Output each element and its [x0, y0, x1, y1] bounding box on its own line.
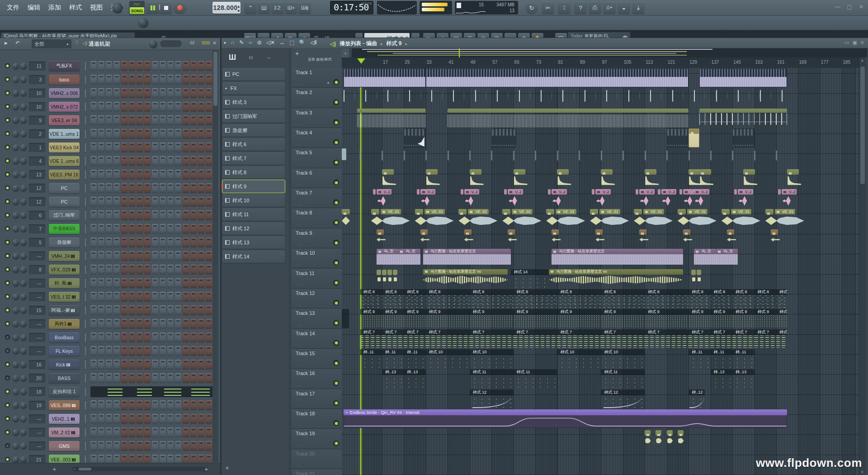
- step-cell[interactable]: [121, 305, 127, 315]
- clip[interactable]: 样式 11: [470, 369, 514, 388]
- step-cell[interactable]: [90, 75, 97, 85]
- clip[interactable]: 样..13: [404, 369, 425, 388]
- step-cell[interactable]: [98, 197, 104, 207]
- step-cell[interactable]: [206, 278, 212, 288]
- step-cell[interactable]: [198, 115, 204, 125]
- step-cell[interactable]: [190, 224, 197, 234]
- clip[interactable]: VE..01: [678, 209, 716, 228]
- step-cell[interactable]: [175, 305, 181, 315]
- step-cell[interactable]: [183, 224, 189, 234]
- clip[interactable]: VE..01: [634, 209, 672, 228]
- channel-button[interactable]: 过门..响军: [49, 210, 80, 220]
- step-cell[interactable]: [90, 88, 97, 98]
- step-cell[interactable]: [137, 332, 143, 342]
- playlist-close-icon[interactable]: ✕: [860, 40, 864, 46]
- step-cell[interactable]: [90, 210, 97, 220]
- step-cell[interactable]: [121, 319, 127, 329]
- step-cell[interactable]: [175, 278, 181, 288]
- step-cell[interactable]: [113, 373, 120, 383]
- clip[interactable]: [342, 209, 349, 228]
- step-cell[interactable]: [90, 183, 97, 193]
- track-header-7[interactable]: Track 7...: [292, 188, 342, 208]
- track-header-17[interactable]: Track 17...: [292, 389, 342, 409]
- step-cell[interactable]: [167, 400, 174, 410]
- channel-mute-strip[interactable]: [84, 75, 87, 85]
- clip[interactable]: 乌兰图雅 - 站在草原望北京 vo: [423, 269, 508, 288]
- track-header-5[interactable]: Track 5...: [292, 148, 342, 168]
- step-cell[interactable]: [98, 332, 104, 342]
- clip[interactable]: [377, 269, 382, 288]
- clip[interactable]: [514, 169, 524, 188]
- metronome-icon[interactable]: Ш: [258, 2, 270, 14]
- track-options-dots[interactable]: ...: [297, 261, 302, 266]
- volume-knob[interactable]: [20, 307, 27, 314]
- piano-roll-preview[interactable]: [90, 386, 213, 397]
- playlist-vertical-scrollbar[interactable]: ∧ ∨: [859, 57, 866, 475]
- channel-mute-strip[interactable]: [84, 332, 87, 342]
- step-cell[interactable]: [190, 400, 197, 410]
- track-header-14[interactable]: Track 14...: [292, 329, 342, 349]
- step-cell[interactable]: [98, 61, 104, 71]
- step-cell[interactable]: [175, 292, 181, 302]
- slip-tool-icon[interactable]: ↔: [279, 39, 285, 46]
- pattern-item-FX[interactable]: •FX: [222, 82, 285, 95]
- step-cell[interactable]: [167, 238, 174, 247]
- track-led[interactable]: [333, 380, 339, 386]
- channel-mute-strip[interactable]: [84, 251, 87, 261]
- step-cell[interactable]: [129, 102, 135, 112]
- step-cell[interactable]: [167, 142, 174, 152]
- track-led[interactable]: [333, 139, 339, 145]
- track-header-21[interactable]: Track 21...: [292, 469, 342, 475]
- channel-mute-strip[interactable]: [84, 373, 87, 383]
- pattern-item-PC[interactable]: PC: [222, 68, 285, 81]
- channel-button[interactable]: 阿福..-箫: [49, 305, 80, 315]
- clip[interactable]: VE..01: [722, 209, 760, 228]
- step-cell[interactable]: [137, 75, 143, 85]
- step-cell[interactable]: [152, 197, 158, 207]
- clip[interactable]: [552, 229, 557, 248]
- step-cell[interactable]: [90, 305, 97, 315]
- step-cell[interactable]: [175, 360, 181, 370]
- track-header-10[interactable]: Track 10...: [292, 248, 342, 268]
- clip[interactable]: 样..11: [360, 349, 382, 368]
- channel-button[interactable]: 气氛FX: [49, 61, 80, 71]
- clip[interactable]: VE..01: [415, 209, 453, 228]
- step-cell[interactable]: [175, 373, 181, 383]
- pan-knob[interactable]: [13, 253, 19, 259]
- step-cell[interactable]: [198, 210, 204, 220]
- step-cell[interactable]: [129, 292, 135, 302]
- track-options-dots[interactable]: ...: [297, 302, 302, 306]
- volume-knob[interactable]: [20, 429, 27, 436]
- channel-mute-strip[interactable]: [84, 346, 87, 356]
- step-cell[interactable]: [183, 441, 189, 451]
- pat-mode-label[interactable]: PAT: [129, 1, 145, 7]
- overview-strip[interactable]: [352, 48, 867, 57]
- step-cell[interactable]: [183, 292, 189, 302]
- channel-led[interactable]: [5, 375, 10, 380]
- step-cell[interactable]: [167, 319, 174, 329]
- step-cell[interactable]: [98, 210, 104, 220]
- clip[interactable]: [771, 229, 776, 248]
- step-cell[interactable]: [167, 265, 174, 275]
- clip[interactable]: VE..01: [546, 209, 585, 228]
- step-cell[interactable]: [129, 210, 135, 220]
- step-cell[interactable]: [152, 360, 158, 370]
- track-options-dots[interactable]: ...: [297, 282, 302, 286]
- step-cell[interactable]: [183, 102, 189, 112]
- step-cell[interactable]: [144, 238, 151, 247]
- step-cell[interactable]: [90, 319, 97, 329]
- clip[interactable]: 乌..京: [694, 249, 716, 268]
- channel-mute-strip[interactable]: [84, 238, 87, 247]
- clip[interactable]: 样式 11: [601, 369, 645, 388]
- step-cell[interactable]: [167, 360, 174, 370]
- cut-tool-icon[interactable]: ✂: [542, 2, 554, 14]
- clip[interactable]: [699, 68, 787, 87]
- step-cell[interactable]: [106, 373, 112, 383]
- step-cell[interactable]: [183, 360, 189, 370]
- step-cell[interactable]: [121, 75, 127, 85]
- volume-knob[interactable]: [20, 76, 27, 83]
- channel-button[interactable]: 反拍和弦 1: [49, 387, 80, 397]
- step-cell[interactable]: [106, 441, 112, 451]
- step-cell[interactable]: [144, 414, 151, 424]
- channel-led[interactable]: [5, 77, 10, 82]
